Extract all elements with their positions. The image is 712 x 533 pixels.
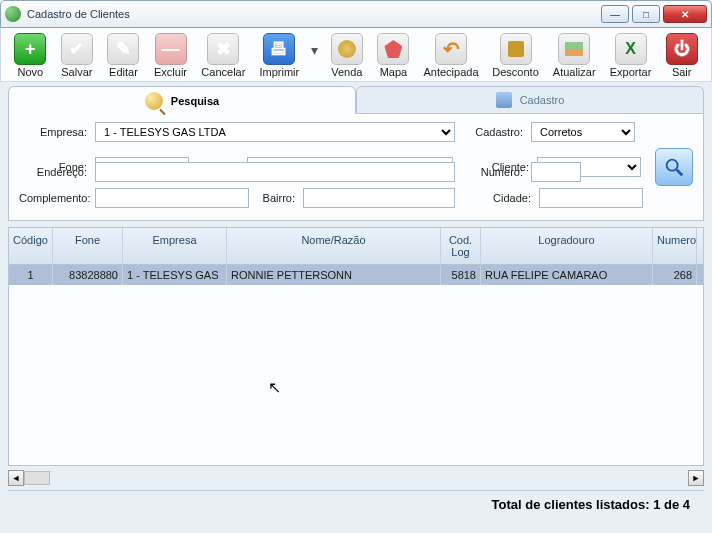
filter-panel: Empresa: 1 - TELESYS GAS LTDA Cadastro: … [8, 114, 704, 221]
coins-icon [331, 33, 363, 65]
tab-label: Pesquisa [171, 95, 219, 107]
endereco-label: Endereço: [19, 166, 91, 178]
exportar-button[interactable]: Exportar [603, 31, 659, 80]
cell-codigo: 1 [9, 265, 53, 285]
app-icon [5, 6, 21, 22]
table-row[interactable]: 1 83828880 1 - TELESYS GAS RONNIE PETTER… [9, 265, 703, 285]
plus-icon: + [14, 33, 46, 65]
grid-header: Código Fone Empresa Nome/Razão Cod. Log … [9, 228, 703, 265]
discount-icon [500, 33, 532, 65]
cadastro-select[interactable]: Corretos [531, 122, 635, 142]
tab-cadastro[interactable]: Cadastro [356, 86, 704, 114]
check-icon: ✔ [61, 33, 93, 65]
complemento-label: Complemento: [19, 192, 91, 204]
svg-point-0 [667, 160, 678, 171]
sair-button[interactable]: Sair [658, 31, 705, 80]
col-nome[interactable]: Nome/Razão [227, 228, 441, 264]
grid-empty-area [9, 285, 703, 465]
cancelar-button[interactable]: ✖Cancelar [194, 31, 252, 80]
cell-fone: 83828880 [53, 265, 123, 285]
window-title: Cadastro de Clientes [27, 8, 601, 20]
cidade-label: Cidade: [465, 192, 535, 204]
excluir-button[interactable]: —Excluir [147, 31, 195, 80]
empresa-select[interactable]: 1 - TELESYS GAS LTDA [95, 122, 455, 142]
empresa-label: Empresa: [19, 126, 91, 138]
bairro-input[interactable] [303, 188, 455, 208]
svg-line-1 [677, 170, 683, 176]
close-button[interactable]: ✕ [663, 5, 707, 23]
cell-numero: 268 [653, 265, 697, 285]
power-icon [666, 33, 698, 65]
antecipada-button[interactable]: Antecipada [417, 31, 486, 80]
col-logradouro[interactable]: Logradouro [481, 228, 653, 264]
tab-strip: Pesquisa Cadastro [0, 86, 712, 114]
pencil-icon: ✎ [107, 33, 139, 65]
undo-icon [435, 33, 467, 65]
novo-button[interactable]: +Novo [7, 31, 54, 80]
maximize-button[interactable]: □ [632, 5, 660, 23]
cadastro-label: Cadastro: [465, 126, 527, 138]
col-fone[interactable]: Fone [53, 228, 123, 264]
refresh-map-icon [558, 33, 590, 65]
mapa-button[interactable]: Mapa [370, 31, 417, 80]
main-toolbar: +Novo ✔Salvar ✎Editar —Excluir ✖Cancelar… [0, 28, 712, 82]
cell-logradouro: RUA FELIPE CAMARAO [481, 265, 653, 285]
toolbar-dropdown-arrow[interactable]: ▾ [306, 31, 323, 69]
col-empresa[interactable]: Empresa [123, 228, 227, 264]
search-button[interactable] [655, 148, 693, 186]
imprimir-button[interactable]: 🖶Imprimir [252, 31, 306, 80]
map-pin-icon [377, 33, 409, 65]
status-footer: Total de clientes listados: 1 de 4 [8, 490, 704, 518]
endereco-input[interactable] [95, 162, 455, 182]
printer-icon: 🖶 [263, 33, 295, 65]
excel-icon [615, 33, 647, 65]
form-icon [496, 92, 512, 108]
cidade-input[interactable] [539, 188, 643, 208]
numero-input[interactable] [531, 162, 581, 182]
numero-label: Numero: [465, 166, 527, 178]
magnifier-icon [145, 92, 163, 110]
cell-codlog: 5818 [441, 265, 481, 285]
tab-label: Cadastro [520, 94, 565, 106]
minimize-button[interactable]: — [601, 5, 629, 23]
results-grid: Código Fone Empresa Nome/Razão Cod. Log … [8, 227, 704, 466]
cell-empresa: 1 - TELESYS GAS [123, 265, 227, 285]
tab-pesquisa[interactable]: Pesquisa [8, 86, 356, 114]
salvar-button[interactable]: ✔Salvar [54, 31, 101, 80]
cell-nome: RONNIE PETTERSONN [227, 265, 441, 285]
x-icon: ✖ [207, 33, 239, 65]
venda-button[interactable]: Venda [324, 31, 371, 80]
title-bar: Cadastro de Clientes — □ ✕ [0, 0, 712, 28]
col-codlog[interactable]: Cod. Log [441, 228, 481, 264]
search-icon [663, 156, 685, 178]
scroll-right-button[interactable]: ► [688, 470, 704, 486]
col-numero[interactable]: Numero [653, 228, 697, 264]
scroll-track-left[interactable] [24, 471, 50, 485]
col-codigo[interactable]: Código [9, 228, 53, 264]
horizontal-scrollbar[interactable]: ◄ ► [8, 470, 704, 486]
desconto-button[interactable]: Desconto [485, 31, 545, 80]
atualizar-button[interactable]: Atualizar [546, 31, 603, 80]
bairro-label: Bairro: [253, 192, 299, 204]
complemento-input[interactable] [95, 188, 249, 208]
scroll-left-button[interactable]: ◄ [8, 470, 24, 486]
minus-icon: — [155, 33, 187, 65]
editar-button[interactable]: ✎Editar [100, 31, 147, 80]
